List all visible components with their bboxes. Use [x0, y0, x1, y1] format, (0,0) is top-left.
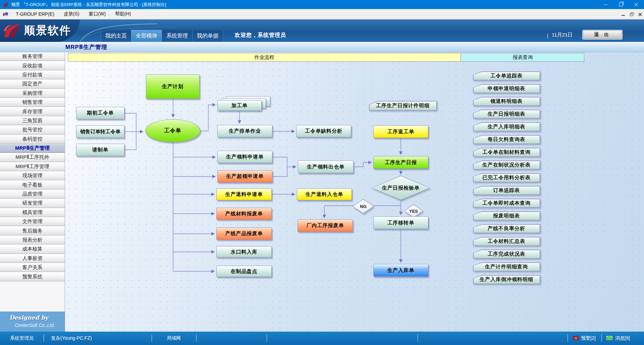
report-backflush-pick-detail[interactable]: 生产入库倒冲领料明细 [473, 275, 540, 284]
report-wo-realtime-cost-query[interactable]: 工令单即时成本查询 [473, 199, 540, 208]
tab-system-admin[interactable]: 系统管理 [162, 30, 192, 42]
welcome-text: 欢迎您，系统管理员 [235, 32, 286, 39]
flow-node-request-order[interactable]: 请制单 [76, 144, 124, 156]
menu-skin[interactable]: 皮肤(S) [59, 9, 84, 19]
report-wip-status-analysis[interactable]: 生产在制状况分析表 [473, 160, 540, 169]
report-daily-shortage-query[interactable]: 每日欠料查询表 [473, 135, 540, 144]
report-line-defect-rate-analysis[interactable]: 产线不良率分析 [473, 224, 540, 233]
sidebar-item-payables[interactable]: 应付款项 [0, 70, 65, 79]
status-separator [418, 334, 418, 342]
sidebar-item-documents[interactable]: 文件管理 [0, 217, 65, 226]
flow-node-daily-report[interactable]: 工序生产日报 [373, 156, 428, 169]
flow-node-work-order[interactable]: 工令单 [145, 119, 200, 142]
flow-node-pick-out[interactable]: 生产领料出仓单 [298, 160, 354, 173]
flow-node-daily-check[interactable]: 生产日报检验单 [372, 176, 430, 200]
flow-node-pick-request[interactable]: 生产领料申请单 [217, 151, 272, 163]
app-header: 顺景软件 我的主页 全部模块 系统管理 我的单据 欢迎您，系统管理员 | 11月… [0, 19, 644, 42]
flow-node-production-plan[interactable]: 生产计划 [146, 74, 200, 99]
module-title: MRPⅡ生产管理 [65, 43, 107, 51]
sidebar-item-shopfloor[interactable]: 现场管理 [0, 171, 65, 180]
status-separator [267, 334, 267, 342]
minimize-button[interactable] [598, 0, 613, 9]
flow-node-return-in[interactable]: 生产退料入仓单 [297, 188, 352, 200]
sidebar-item-fixed-assets[interactable]: 固定资产 [0, 79, 65, 88]
sidebar-item-kanban[interactable]: 电子看板 [0, 180, 65, 189]
sidebar-item-crm[interactable]: 客户关系 [0, 263, 65, 272]
flow-node-rework[interactable]: 工序返工单 [373, 125, 428, 138]
sidebar-item-mrp2-production[interactable]: MRPⅡ生产管理 [0, 144, 65, 153]
flow-node-daily-piece-detail[interactable]: 工序生产日报计件明细 [369, 101, 437, 111]
menu-help[interactable]: 帮助(H) [110, 9, 136, 19]
report-process-completion-status[interactable]: 工序完成状况表 [473, 250, 540, 259]
report-request-return-detail[interactable]: 申领申退明细表 [473, 84, 540, 93]
flow-node-shortage-analysis[interactable]: 工令单缺料分析 [296, 125, 351, 137]
report-piecework-detail-query[interactable]: 生产计件明细查询 [473, 262, 540, 271]
status-separator [601, 334, 602, 342]
tab-my-home[interactable]: 我的主页 [101, 30, 131, 42]
sidebar-item-quality[interactable]: 品质管理 [0, 190, 65, 199]
sidebar-item-mrp2-outsourcing[interactable]: MRPⅡ工序托外 [0, 153, 65, 162]
restore-icon [619, 3, 623, 6]
child-minimize-icon[interactable] [622, 12, 625, 16]
report-finished-wo-material-analysis[interactable]: 已完工令用料分析表 [473, 173, 540, 182]
child-restore-icon[interactable] [630, 12, 634, 16]
status-bar: 系统管理员 复杂(Young-PC:FZ) 局域网 预警[2] 消息[9] [0, 332, 644, 345]
sidebar-item-hr-payroll[interactable]: 人事薪资 [0, 254, 65, 263]
status-alert[interactable]: 预警[2] [581, 335, 596, 341]
flow-node-sprue-in[interactable]: 水口料入库 [216, 246, 272, 258]
restore-button[interactable] [613, 0, 629, 9]
sidebar-item-alert-system[interactable]: 预警系统 [0, 272, 65, 281]
sidebar-item-report-analysis[interactable]: 报表分析 [0, 235, 65, 245]
sidebar-item-costing[interactable]: 成本核算 [0, 245, 65, 254]
sidebar-item-rnd[interactable]: 研发管理 [0, 199, 65, 208]
close-button[interactable] [629, 0, 644, 9]
sidebar-item-purchasing[interactable]: 采购管理 [0, 89, 65, 98]
flow-node-sales-order-to-work-order[interactable]: 销售订单转工令单 [76, 125, 124, 138]
report-warehouse-in-detail[interactable]: 生产入库明细表 [473, 122, 540, 131]
tab-all-modules[interactable]: 全部模块 [131, 30, 162, 42]
minimize-icon [604, 4, 607, 5]
flow-node-line-product-scrap[interactable]: 产线产品报废单 [216, 227, 272, 240]
sidebar-item-lot-control[interactable]: 批号管控 [0, 125, 65, 134]
flow-node-warehouse-in[interactable]: 生产入库单 [373, 264, 428, 277]
designed-by-block: Designed by CenterSoft Co.,Ltd. [0, 312, 65, 332]
window-title: 顺景 『T-GROUP』 制造业ERP系统 - 东莞顺景软件科技有限公司 - [… [11, 2, 166, 8]
sidebar-item-sales[interactable]: 销售管理 [0, 98, 65, 107]
report-wo-material-summary[interactable]: 工令材料汇总表 [473, 237, 540, 246]
sidebar-item-receivables[interactable]: 应收款项 [0, 61, 65, 70]
menu-tgroup-erp[interactable]: T-GROUP ERP(E) [11, 9, 59, 19]
flow-node-over-pick-request[interactable]: 生产超领申请单 [217, 170, 272, 183]
child-close-icon[interactable] [638, 12, 642, 16]
status-user: 系统管理员 [10, 335, 34, 341]
sidebar-item-finance[interactable]: 账务管理 [0, 52, 65, 61]
report-scrap-detail[interactable]: 报废明细表 [473, 211, 540, 220]
flow-node-wip-count[interactable]: 在制品盘点 [216, 266, 272, 277]
menu-window[interactable]: 窗口(W) [84, 9, 111, 19]
sidebar-item-barcode-control[interactable]: 条码管控 [0, 135, 65, 144]
sidebar-item-mold[interactable]: 模具管理 [0, 208, 65, 217]
flow-node-return-request[interactable]: 生产退料申请单 [216, 188, 272, 200]
close-icon [634, 3, 638, 7]
sidebar-item-mrp2-process[interactable]: MRPⅡ工序管理 [0, 162, 65, 171]
window-titlebar: 顺景 『T-GROUP』 制造业ERP系统 - 东莞顺景软件科技有限公司 - [… [0, 0, 644, 9]
tab-my-documents[interactable]: 我的单据 [192, 30, 223, 42]
sidebar-item-triangle-trade[interactable]: 三角贸易 [0, 116, 65, 125]
report-pick-return-detail[interactable]: 领退料明细表 [473, 97, 540, 106]
status-message[interactable]: 消息[9] [615, 335, 630, 341]
date-separator: | [547, 33, 548, 39]
flow-node-factory-scrap[interactable]: 厂内工序报废单 [298, 219, 353, 232]
flow-node-transfer[interactable]: 工序移转单 [373, 216, 428, 229]
report-order-tracking[interactable]: 订单追踪表 [473, 186, 540, 195]
sidebar-item-inventory[interactable]: 库存管理 [0, 107, 65, 116]
flow-node-initial-work-order[interactable]: 期初工令单 [76, 107, 124, 119]
sidebar-item-after-sales[interactable]: 售后服务 [0, 226, 65, 235]
report-daily-report-detail[interactable]: 生产日报明细表 [473, 110, 540, 119]
flow-node-line-material-scrap[interactable]: 产线材料报废单 [216, 208, 272, 220]
flow-node-ng-decision: NG [353, 199, 374, 214]
flow-node-process-order[interactable]: 加工单 [217, 100, 262, 111]
report-wo-wip-material-query[interactable]: 工令单在制材料查询 [473, 148, 540, 157]
flow-node-scheduling[interactable]: 生产排单作业 [217, 125, 272, 137]
mdi-child-icon [3, 12, 8, 16]
report-work-order-tracking[interactable]: 工令单追踪表 [473, 71, 540, 80]
exit-button[interactable]: 退 出 [583, 30, 622, 39]
